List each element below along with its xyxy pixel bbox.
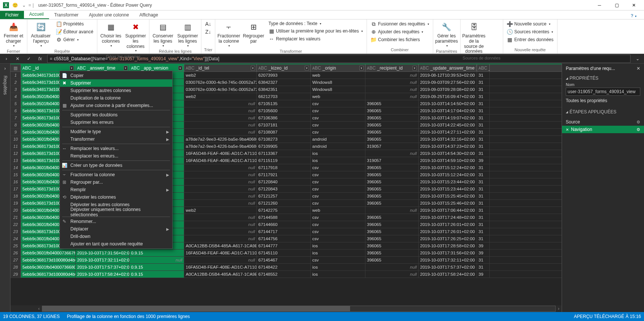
table-cell[interactable]: null: [184, 114, 257, 121]
table-row[interactable]: 275ebb9c368173d100080d4b0e2019-10-03T17:…: [10, 257, 562, 264]
table-cell[interactable]: csv: [311, 122, 365, 128]
ctx-remove-other[interactable]: Supprimer les autres colonnes: [60, 87, 172, 94]
table-cell[interactable]: 67115119: [257, 157, 311, 164]
table-cell[interactable]: null: [365, 271, 419, 278]
table-cell[interactable]: null: [365, 264, 419, 270]
table-cell[interactable]: 2019-10-03T17:31:56+02:00: [419, 250, 477, 256]
maximize-button[interactable]: ▢: [608, 0, 625, 10]
table-cell[interactable]: 39: [477, 250, 490, 256]
ctx-remove[interactable]: ✖Supprimer: [60, 79, 172, 87]
table-cell[interactable]: null: [184, 171, 257, 178]
table-cell[interactable]: 2019-10-03T15:25:46+02:00: [419, 200, 477, 207]
table-cell[interactable]: 39: [477, 157, 490, 164]
table-cell[interactable]: 31: [477, 150, 490, 157]
table-cell[interactable]: 2019-10-03T17:26:25+02:00: [419, 235, 477, 242]
manage-button[interactable]: ⚙Gérer▾: [54, 36, 95, 43]
close-and-load-button[interactable]: 📥Fermer et charger▾: [2, 20, 25, 48]
row-number[interactable]: 25: [10, 242, 21, 249]
row-number[interactable]: 18: [10, 193, 21, 199]
keep-rows-button[interactable]: ▤Conserver les lignes▾: [152, 20, 174, 48]
new-source-button[interactable]: ➕Nouvelle source▾: [505, 20, 555, 28]
table-cell[interactable]: 396065: [365, 164, 419, 171]
table-cell[interactable]: csv: [311, 114, 365, 121]
group-by-button[interactable]: ⊞Regrouper par: [242, 20, 265, 45]
tab-view[interactable]: Affichage: [134, 11, 163, 19]
table-cell[interactable]: 31: [477, 164, 490, 171]
table-cell[interactable]: 396065: [365, 200, 419, 207]
row-number[interactable]: 20: [10, 207, 21, 214]
append-queries-button[interactable]: ⊕Ajouter des requêtes▾: [369, 28, 431, 36]
table-cell[interactable]: 2019-10-03T17:24:48+02:00: [419, 214, 477, 221]
table-cell[interactable]: 67142275: [257, 207, 311, 214]
table-cell[interactable]: 2019-10-03T17:31:56+02:00: [76, 250, 130, 256]
table-cell[interactable]: csv: [311, 257, 365, 263]
ribbon-collapse-icon[interactable]: ？▾: [622, 13, 644, 19]
table-cell[interactable]: 396065: [365, 214, 419, 221]
table-cell[interactable]: android: [311, 136, 365, 143]
ctx-duplicate[interactable]: Duplication de la colonne: [60, 94, 172, 102]
table-cell[interactable]: null: [365, 72, 419, 79]
table-cell[interactable]: 2019-10-03T17:06:44+02:00: [419, 207, 477, 214]
table-cell[interactable]: 31: [477, 122, 490, 128]
table-cell[interactable]: 31: [477, 178, 490, 185]
table-cell[interactable]: 31: [477, 143, 490, 150]
table-cell[interactable]: 2019-10-03T15:25:45+02:00: [419, 193, 477, 199]
filter-dropdown-icon[interactable]: ▾: [413, 66, 417, 70]
row-number[interactable]: 24: [10, 235, 21, 242]
table-cell[interactable]: 396065: [365, 178, 419, 185]
table-cell[interactable]: 2019-10-03T14:22:45+02:00: [419, 122, 477, 128]
row-number[interactable]: 15: [10, 171, 21, 178]
table-cell[interactable]: 2019-10-03T17:26:01+02:00: [419, 228, 477, 235]
row-number[interactable]: 12: [10, 150, 21, 157]
table-cell[interactable]: 31: [477, 72, 490, 79]
table-cell[interactable]: 396065: [365, 228, 419, 235]
table-cell[interactable]: 5ebb9c368173d100080d4b0e: [21, 257, 76, 263]
table-cell[interactable]: 31: [477, 114, 490, 121]
table-cell[interactable]: 67144777: [257, 242, 311, 249]
table-row[interactable]: 265ebb9c3601fb0400073667ff2019-10-03T17:…: [10, 250, 562, 257]
table-cell[interactable]: ios: [311, 264, 365, 270]
table-cell[interactable]: 396065: [365, 221, 419, 228]
table-cell[interactable]: csv: [311, 221, 365, 228]
table-cell[interactable]: ios: [311, 150, 365, 157]
row-number[interactable]: 10: [10, 136, 21, 143]
table-cell[interactable]: 2019-09-03T09:28:08+02:00: [419, 86, 477, 93]
column-header-recipient_id[interactable]: ABC_recipient_id▾: [365, 64, 419, 71]
table-cell[interactable]: null: [184, 221, 257, 228]
delete-step-icon[interactable]: ✕: [566, 128, 569, 132]
table-cell[interactable]: csv: [311, 129, 365, 135]
table-cell[interactable]: csv: [311, 200, 365, 207]
table-cell[interactable]: null: [130, 257, 184, 263]
filter-dropdown-icon[interactable]: ▾: [305, 66, 309, 70]
row-number[interactable]: 6: [10, 107, 21, 114]
tab-add-column[interactable]: Ajouter une colonne: [84, 11, 134, 19]
accept-formula-button[interactable]: ✓: [25, 55, 33, 63]
row-number[interactable]: 11: [10, 143, 21, 150]
column-header-u[interactable]: ABC_u▾: [477, 64, 490, 71]
table-cell[interactable]: 31: [477, 214, 490, 221]
table-cell[interactable]: 39: [477, 271, 490, 278]
table-cell[interactable]: 31: [477, 193, 490, 199]
table-cell[interactable]: 67106386: [257, 114, 311, 121]
table-cell[interactable]: 396065: [365, 136, 419, 143]
table-cell[interactable]: 2019-10-03T17:32:11+02:00: [419, 257, 477, 263]
table-cell[interactable]: csv: [311, 164, 365, 171]
column-header-origin[interactable]: ABC_origin▾: [311, 64, 365, 71]
column-header-kizeo_id[interactable]: ABC_kizeo_id▾: [257, 64, 311, 71]
row-number[interactable]: 4: [10, 93, 21, 100]
table-cell[interactable]: 31: [477, 257, 490, 263]
row-number[interactable]: 26: [10, 250, 21, 256]
table-cell[interactable]: 319057: [365, 143, 419, 150]
step-source[interactable]: Source⚙: [562, 118, 644, 126]
row-number[interactable]: 19: [10, 200, 21, 207]
ctx-replace-values[interactable]: ↔Remplacer les valeurs...: [60, 145, 172, 152]
table-cell[interactable]: 396065: [365, 171, 419, 178]
table-cell[interactable]: 67145467: [257, 257, 311, 263]
ctx-copy[interactable]: 📄Copier: [60, 72, 172, 79]
table-cell[interactable]: csv: [311, 235, 365, 242]
first-row-header-button[interactable]: ▦Utiliser la première ligne pour les en-…: [267, 27, 364, 35]
ctx-create-data-type[interactable]: 📊Créer un type de données: [60, 162, 172, 169]
table-cell[interactable]: 396065: [365, 250, 419, 256]
table-cell[interactable]: 396065: [365, 107, 419, 114]
tab-home[interactable]: Accueil: [24, 10, 49, 19]
